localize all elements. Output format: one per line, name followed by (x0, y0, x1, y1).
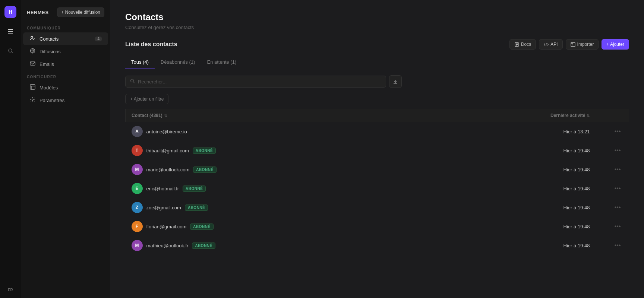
table-row[interactable]: F florian@gmail.com ABONNÉ Hier à 19:48 … (126, 217, 629, 236)
table-row[interactable]: T thibault@gmail.com ABONNÉ Hier à 19:48… (126, 141, 629, 160)
search-rail-icon[interactable] (4, 45, 16, 57)
row-menu-button[interactable]: ••• (612, 165, 623, 174)
row-menu-button[interactable]: ••• (612, 127, 623, 136)
search-input[interactable] (138, 79, 381, 85)
status-badge: ABONNÉ (193, 148, 216, 154)
list-actions: Docs API (509, 39, 629, 50)
modeles-icon (29, 84, 36, 91)
row-menu-button[interactable]: ••• (612, 203, 623, 212)
section-communiquer-label: COMMUNIQUER (21, 22, 110, 32)
search-icon (130, 79, 135, 85)
emails-label: Emails (40, 61, 54, 67)
contact-email: eric@hotmail.fr (146, 186, 179, 191)
diffusions-icon (29, 48, 36, 55)
download-button[interactable] (389, 75, 402, 88)
parametres-icon (29, 97, 36, 104)
row-actions: ••• (596, 122, 629, 141)
contact-email: thibault@gmail.com (146, 148, 189, 153)
modeles-label: Modèles (40, 85, 58, 91)
list-title: Liste des contacts (125, 41, 177, 48)
activity-time: Hier à 19:48 (402, 160, 596, 179)
svg-line-17 (546, 43, 546, 46)
sidebar-item-diffusions[interactable]: Diffusions (23, 45, 108, 58)
status-badge: ABONNÉ (192, 242, 215, 249)
api-button[interactable]: API (539, 39, 562, 50)
row-actions: ••• (596, 160, 629, 179)
row-actions: ••• (596, 217, 629, 236)
contacts-label: Contacts (40, 36, 59, 42)
page-subtitle: Consultez et gérez vos contacts (125, 25, 629, 30)
lang-badge: FR (8, 288, 13, 292)
importer-button[interactable]: Importer (566, 39, 599, 50)
table-row[interactable]: M mathieu@outlook.fr ABONNÉ Hier à 19:48… (126, 236, 629, 255)
search-box[interactable] (125, 76, 386, 88)
emails-icon (29, 61, 36, 67)
docs-button[interactable]: Docs (509, 39, 536, 50)
docs-icon (514, 42, 519, 47)
svg-point-3 (9, 49, 12, 52)
tab-tous[interactable]: Tous (4) (125, 56, 155, 69)
row-menu-button[interactable]: ••• (612, 184, 623, 193)
sidebar: HERMES + Nouvelle diffusion COMMUNIQUER … (21, 0, 110, 298)
app-logo[interactable]: H (4, 6, 16, 18)
row-actions: ••• (596, 179, 629, 198)
avatar: A (132, 126, 143, 137)
avatar: T (132, 145, 143, 156)
col-activity-header[interactable]: Dernière activité ⇅ (402, 109, 596, 122)
row-menu-button[interactable]: ••• (612, 146, 623, 155)
ajouter-button[interactable]: + Ajouter (602, 39, 629, 50)
svg-point-5 (31, 37, 33, 38)
row-menu-button[interactable]: ••• (612, 222, 623, 231)
diffusions-label: Diffusions (40, 49, 61, 54)
add-filter-button[interactable]: + Ajouter un filtre (125, 94, 168, 104)
row-actions: ••• (596, 198, 629, 217)
sidebar-item-contacts[interactable]: Contacts 4 (23, 32, 108, 45)
page-title: Contacts (125, 12, 629, 22)
avatar: M (132, 164, 143, 175)
svg-rect-9 (30, 85, 35, 89)
row-menu-button[interactable]: ••• (612, 241, 623, 250)
tab-desabonnes[interactable]: Désabonnés (1) (155, 56, 201, 69)
activity-time: Hier à 19:48 (402, 179, 596, 198)
section-configurer-label: CONFIGURER (21, 70, 110, 81)
table-row[interactable]: Z zoe@gmail.com ABONNÉ Hier à 19:48 ••• (126, 198, 629, 217)
main-content-area: Contacts Consultez et gérez vos contacts… (110, 0, 644, 298)
contact-email: zoe@gmail.com (146, 205, 181, 210)
contacts-table: Contact (4391) ⇅ Dernière activité ⇅ (125, 109, 629, 255)
contact-cell: T thibault@gmail.com ABONNÉ (126, 141, 402, 160)
tab-en-attente[interactable]: En attente (1) (201, 56, 242, 69)
contact-email: antoine@bireme.io (146, 129, 187, 134)
avatar: E (132, 183, 143, 194)
sidebar-toggle-icon[interactable] (4, 25, 16, 37)
svg-line-4 (12, 52, 13, 53)
sidebar-item-emails[interactable]: Emails (23, 58, 108, 70)
contacts-icon (29, 35, 36, 42)
new-broadcast-button[interactable]: + Nouvelle diffusion (57, 7, 104, 17)
status-badge: ABONNÉ (183, 186, 206, 192)
status-badge: ABONNÉ (193, 167, 216, 173)
activity-time: Hier à 19:48 (402, 217, 596, 236)
main-scroll-area: Contacts Consultez et gérez vos contacts… (110, 0, 644, 298)
avatar: F (132, 221, 143, 232)
sidebar-item-parametres[interactable]: Paramètres (23, 94, 108, 107)
table-row[interactable]: M marie@outlook.com ABONNÉ Hier à 19:48 … (126, 160, 629, 179)
activity-sort-icon: ⇅ (587, 114, 590, 118)
contact-cell: Z zoe@gmail.com ABONNÉ (126, 198, 402, 217)
contact-email: mathieu@outlook.fr (146, 243, 189, 248)
sidebar-header: HERMES + Nouvelle diffusion (21, 0, 110, 22)
table-row[interactable]: A antoine@bireme.io Hier à 13:21 ••• (126, 122, 629, 141)
table-row[interactable]: E eric@hotmail.fr ABONNÉ Hier à 19:48 ••… (126, 179, 629, 198)
status-badge: ABONNÉ (185, 205, 208, 211)
svg-rect-2 (8, 33, 13, 34)
api-icon (544, 42, 549, 47)
app-name: HERMES (27, 10, 49, 15)
activity-time: Hier à 19:48 (402, 198, 596, 217)
svg-rect-0 (8, 29, 13, 30)
download-icon (393, 79, 398, 84)
sidebar-item-modeles[interactable]: Modèles (23, 81, 108, 94)
svg-rect-18 (571, 42, 575, 47)
activity-time: Hier à 19:48 (402, 236, 596, 255)
col-contact-header[interactable]: Contact (4391) ⇅ (126, 109, 402, 122)
col-actions-header (596, 109, 629, 122)
contact-email: florian@gmail.com (146, 224, 187, 229)
